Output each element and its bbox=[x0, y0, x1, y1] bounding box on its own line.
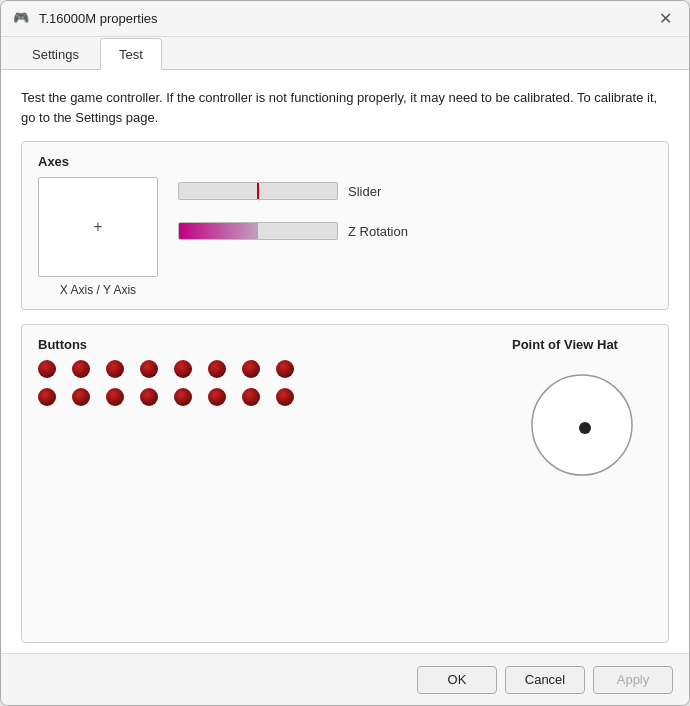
slider-label: Slider bbox=[348, 184, 381, 199]
button-dot-1 bbox=[38, 360, 56, 378]
slider-track bbox=[178, 182, 338, 200]
button-dot-12 bbox=[140, 388, 158, 406]
buttons-grid bbox=[38, 360, 496, 406]
button-dot-13 bbox=[174, 388, 192, 406]
button-dot-3 bbox=[106, 360, 124, 378]
buttons-left: Buttons bbox=[38, 337, 496, 630]
xy-area: + bbox=[38, 177, 158, 277]
button-dot-8 bbox=[276, 360, 294, 378]
button-dot-14 bbox=[208, 388, 226, 406]
cancel-button[interactable]: Cancel bbox=[505, 666, 585, 694]
tab-test[interactable]: Test bbox=[100, 38, 162, 70]
axes-label: Axes bbox=[38, 154, 652, 169]
slider-bar-container bbox=[178, 181, 338, 201]
button-dot-6 bbox=[208, 360, 226, 378]
z-rotation-label: Z Rotation bbox=[348, 224, 408, 239]
properties-window: 🎮 T.16000M properties ✕ Settings Test Te… bbox=[0, 0, 690, 706]
button-dot-16 bbox=[276, 388, 294, 406]
buttons-row-1 bbox=[38, 360, 496, 378]
pov-label: Point of View Hat bbox=[512, 337, 618, 352]
z-rotation-row: Z Rotation bbox=[178, 221, 652, 241]
footer: OK Cancel Apply bbox=[1, 653, 689, 705]
xy-box: + X Axis / Y Axis bbox=[38, 177, 158, 297]
button-dot-9 bbox=[38, 388, 56, 406]
button-dot-10 bbox=[72, 388, 90, 406]
pov-svg bbox=[527, 370, 637, 480]
axes-row: + X Axis / Y Axis Slider bbox=[38, 177, 652, 297]
info-text: Test the game controller. If the control… bbox=[21, 88, 669, 127]
z-rotation-fill bbox=[179, 223, 258, 239]
pov-circle-container bbox=[527, 370, 637, 480]
z-rotation-bar-container bbox=[178, 221, 338, 241]
axes-section: Axes + X Axis / Y Axis bbox=[21, 141, 669, 310]
button-dot-11 bbox=[106, 388, 124, 406]
slider-row: Slider bbox=[178, 181, 652, 201]
buttons-row-2 bbox=[38, 388, 496, 406]
xy-label: X Axis / Y Axis bbox=[60, 283, 136, 297]
button-dot-7 bbox=[242, 360, 260, 378]
ok-button[interactable]: OK bbox=[417, 666, 497, 694]
sliders-area: Slider Z Rotation bbox=[178, 177, 652, 261]
tabs-bar: Settings Test bbox=[1, 37, 689, 70]
buttons-section: Buttons bbox=[21, 324, 669, 643]
z-rotation-track bbox=[178, 222, 338, 240]
xy-crosshair: + bbox=[93, 219, 102, 235]
svg-point-1 bbox=[579, 422, 591, 434]
title-bar: 🎮 T.16000M properties ✕ bbox=[1, 1, 689, 37]
button-dot-5 bbox=[174, 360, 192, 378]
close-button[interactable]: ✕ bbox=[653, 7, 677, 31]
pov-section: Point of View Hat bbox=[512, 337, 652, 630]
buttons-label: Buttons bbox=[38, 337, 496, 352]
tab-settings[interactable]: Settings bbox=[13, 38, 98, 70]
button-dot-4 bbox=[140, 360, 158, 378]
window-title: T.16000M properties bbox=[39, 11, 653, 26]
window-icon: 🎮 bbox=[13, 10, 31, 28]
button-dot-2 bbox=[72, 360, 90, 378]
slider-indicator-line bbox=[257, 182, 259, 200]
button-dot-15 bbox=[242, 388, 260, 406]
apply-button[interactable]: Apply bbox=[593, 666, 673, 694]
content-area: Test the game controller. If the control… bbox=[1, 70, 689, 653]
